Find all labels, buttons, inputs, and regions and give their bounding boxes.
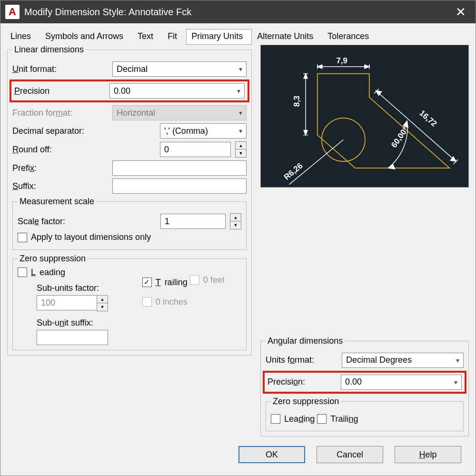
tab-text[interactable]: Text bbox=[132, 29, 162, 45]
angular-precision-label: Precision: bbox=[268, 377, 336, 387]
zero-a-legend: Zero suppression bbox=[271, 397, 341, 407]
linear-legend: Linear dimensions bbox=[12, 45, 86, 55]
scale-factor-input[interactable]: 1 bbox=[160, 214, 226, 229]
decimal-separator-label: Decimal separator: bbox=[12, 126, 155, 136]
tab-primary-units[interactable]: Primary Units bbox=[186, 29, 252, 45]
angular-leading-checkbox[interactable]: Leading bbox=[271, 414, 315, 424]
spinner-down-icon: ▼ bbox=[97, 303, 108, 311]
angular-dimensions-group: Angular dimensions Units format: Decimal… bbox=[260, 336, 469, 437]
scale-legend: Measurement scale bbox=[18, 197, 96, 207]
scale-factor-label: Scale factor: bbox=[18, 217, 156, 227]
spinner-up-icon[interactable]: ▲ bbox=[230, 214, 241, 221]
leading-checkbox[interactable]: Leading bbox=[18, 268, 65, 278]
angular-units-format-select[interactable]: Decimal Degrees▾ bbox=[342, 353, 464, 368]
svg-text:7,9: 7,9 bbox=[337, 56, 347, 65]
trailing-checkbox[interactable]: ✓Trailing bbox=[142, 278, 188, 288]
zero-suppression-angular-group: Zero suppression Leading Trailing bbox=[266, 397, 464, 432]
precision-highlight: Precision 0.00▾ bbox=[10, 79, 249, 102]
zero-l-legend: Zero suppression bbox=[18, 254, 88, 264]
unit-format-select[interactable]: Decimal▾ bbox=[112, 61, 247, 77]
measurement-scale-group: Measurement scale Scale factor: 1 ▲▼ App… bbox=[12, 197, 247, 250]
precision-label: Precision bbox=[14, 86, 105, 96]
titlebar: A Modify Dimension Style: Annotative Fck… bbox=[0, 0, 476, 23]
angular-legend: Angular dimensions bbox=[266, 336, 345, 346]
chevron-down-icon: ▾ bbox=[239, 127, 242, 135]
tab-fit[interactable]: Fit bbox=[162, 29, 186, 45]
scale-factor-spinner[interactable]: ▲▼ bbox=[230, 213, 241, 229]
linear-dimensions-group: Linear dimensions Unit format: Decimal▾ … bbox=[7, 45, 252, 356]
fraction-format-select: Horizontal▾ bbox=[112, 105, 247, 120]
angular-precision-select[interactable]: 0.00▾ bbox=[341, 375, 462, 390]
prefix-input[interactable] bbox=[112, 160, 247, 176]
subunits-factor-spinner: ▲▼ bbox=[97, 295, 108, 311]
prefix-label: Prefix: bbox=[12, 163, 108, 173]
apply-layout-checkbox[interactable]: Apply to layout dimensions only bbox=[18, 232, 151, 242]
window-title: Modify Dimension Style: Annotative Fck bbox=[24, 7, 451, 18]
spinner-up-icon: ▲ bbox=[97, 296, 108, 303]
zero-feet-checkbox: 0 feet bbox=[190, 275, 225, 285]
subunits-factor-input: 100 bbox=[37, 295, 97, 310]
spinner-up-icon[interactable]: ▲ bbox=[236, 142, 246, 149]
app-icon: A bbox=[5, 5, 20, 19]
svg-point-0 bbox=[322, 118, 365, 161]
tab-tolerances[interactable]: Tolerances bbox=[322, 29, 378, 45]
svg-marker-10 bbox=[388, 164, 395, 169]
dimension-preview: 7,9 8,3 16,72 60,00° R6,26 bbox=[260, 45, 469, 188]
svg-marker-6 bbox=[304, 130, 307, 135]
close-icon[interactable]: ✕ bbox=[451, 5, 471, 20]
svg-text:8,3: 8,3 bbox=[292, 96, 301, 107]
zero-suppression-linear-group: Zero suppression Leading Sub-units facto… bbox=[12, 254, 247, 351]
chevron-down-icon: ▾ bbox=[456, 357, 459, 364]
tab-alternate-units[interactable]: Alternate Units bbox=[252, 29, 322, 45]
svg-marker-2 bbox=[317, 65, 322, 69]
svg-text:16,72: 16,72 bbox=[417, 109, 438, 129]
decimal-separator-select[interactable]: ',' (Comma)▾ bbox=[160, 123, 247, 139]
round-off-spinner[interactable]: ▲▼ bbox=[235, 141, 247, 158]
precision-select[interactable]: 0.00▾ bbox=[109, 83, 245, 99]
chevron-down-icon: ▾ bbox=[237, 87, 240, 95]
ok-button[interactable]: OK bbox=[238, 446, 305, 463]
svg-text:R6,26: R6,26 bbox=[282, 161, 305, 181]
svg-marker-3 bbox=[365, 65, 369, 69]
button-bar: OK Cancel Help bbox=[0, 436, 476, 476]
angular-precision-highlight: Precision: 0.00▾ bbox=[263, 371, 466, 394]
tab-lines[interactable]: Lines bbox=[5, 29, 40, 45]
tab-symbols-arrows[interactable]: Symbols and Arrows bbox=[40, 29, 132, 45]
chevron-down-icon: ▾ bbox=[239, 109, 242, 117]
angular-trailing-checkbox[interactable]: Trailing bbox=[317, 414, 358, 424]
subunit-suffix-label: Sub-unit suffix: bbox=[37, 318, 128, 328]
spinner-down-icon[interactable]: ▼ bbox=[236, 149, 246, 157]
round-off-input[interactable]: 0 bbox=[160, 142, 231, 157]
svg-text:60,00°: 60,00° bbox=[389, 125, 410, 149]
svg-line-7 bbox=[376, 91, 456, 162]
spinner-down-icon[interactable]: ▼ bbox=[230, 221, 241, 229]
help-button[interactable]: Help bbox=[395, 446, 461, 463]
tab-strip: Lines Symbols and Arrows Text Fit Primar… bbox=[0, 23, 476, 45]
fraction-format-label: Fraction format: bbox=[12, 108, 108, 118]
chevron-down-icon: ▾ bbox=[454, 378, 457, 386]
suffix-input[interactable] bbox=[112, 178, 247, 194]
cancel-button[interactable]: Cancel bbox=[317, 446, 383, 463]
angular-units-format-label: Units format: bbox=[266, 355, 337, 365]
chevron-down-icon: ▾ bbox=[239, 65, 242, 73]
suffix-label: Suffix: bbox=[12, 181, 108, 191]
svg-marker-5 bbox=[304, 74, 307, 79]
unit-format-label: Unit format: bbox=[12, 64, 108, 74]
subunit-suffix-input bbox=[37, 330, 108, 345]
zero-inches-checkbox: 0 inches bbox=[142, 297, 188, 307]
subunits-factor-label: Sub-units factor: bbox=[37, 283, 128, 293]
round-off-label: Round off: bbox=[12, 145, 155, 155]
